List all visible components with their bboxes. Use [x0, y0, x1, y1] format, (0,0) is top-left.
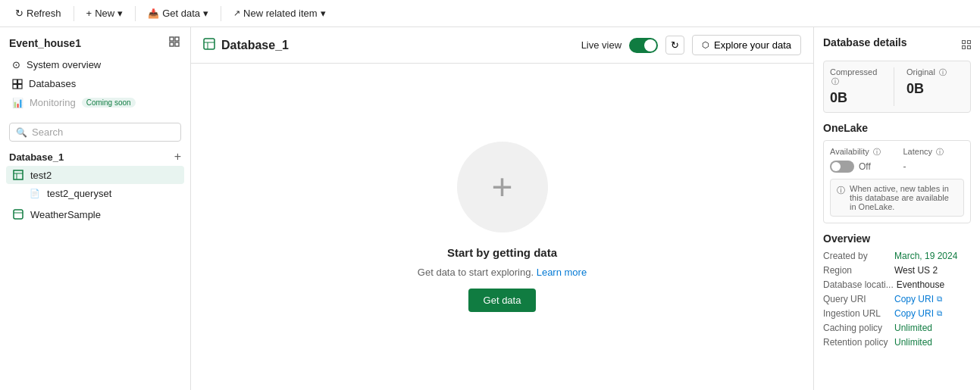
- ingestion-url-key: Ingestion URL: [823, 308, 891, 319]
- search-box[interactable]: 🔍: [9, 123, 181, 142]
- svg-rect-5: [18, 80, 23, 84]
- db-details-header: Database details: [823, 36, 971, 55]
- search-input[interactable]: [32, 126, 174, 138]
- main-layout: Event_house1 ⊙ System overview: [0, 27, 980, 390]
- svg-rect-3: [175, 42, 179, 46]
- main-content: Database_1 Live view ↻ ⬡ Explore your da…: [191, 27, 813, 390]
- ingestion-uri-copy-label: Copy URI: [894, 308, 934, 319]
- sidebar-nav: ⊙ System overview Databases 📊 Monitoring…: [0, 55, 190, 118]
- overview-retention: Retention policy Unlimited: [823, 337, 971, 348]
- db-item-test2-label: test2: [30, 170, 52, 181]
- get-data-button[interactable]: 📥 Get data ▾: [142, 5, 214, 22]
- sidebar-item-databases[interactable]: Databases: [6, 74, 184, 93]
- caching-val: Unlimited: [894, 323, 932, 333]
- compressed-stat: Compressed ⓘ 0B: [830, 67, 888, 106]
- svg-rect-8: [14, 170, 23, 179]
- db-location-key: Database locati...: [823, 279, 894, 290]
- overview-section: Overview Created by March, 19 2024 Regio…: [823, 232, 971, 348]
- refresh-button[interactable]: ↻ Refresh: [9, 5, 67, 22]
- copy-icon-ingestion: ⧉: [937, 309, 942, 318]
- db-item-weather[interactable]: WeatherSample: [6, 205, 184, 223]
- content-refresh-button[interactable]: ↻: [665, 36, 684, 55]
- svg-rect-11: [14, 210, 23, 219]
- content-actions: Live view ↻ ⬡ Explore your data: [581, 35, 801, 55]
- compressed-label: Compressed ⓘ: [830, 67, 888, 87]
- new-related-button[interactable]: ↗ New related item ▾: [227, 5, 332, 22]
- queryset-icon: 📄: [29, 187, 41, 199]
- info-icon-latency: ⓘ: [936, 148, 944, 156]
- db-item-test2[interactable]: test2: [6, 166, 184, 184]
- new-related-label: New related item: [243, 8, 318, 19]
- overview-ingestion-url: Ingestion URL Copy URI ⧉: [823, 308, 971, 319]
- db-location-val: Eventhouse: [897, 279, 944, 290]
- expand-details-icon: [962, 40, 971, 49]
- live-view-toggle[interactable]: [629, 38, 658, 53]
- db-item-test2-queryset[interactable]: 📄 test2_queryset: [6, 184, 184, 202]
- get-data-main-button[interactable]: Get data: [468, 289, 537, 312]
- svg-rect-6: [13, 84, 17, 89]
- external-link-icon: ↗: [233, 8, 240, 18]
- toolbar-divider-2: [135, 6, 136, 21]
- expand-icon: [169, 36, 180, 47]
- info-circle-icon: ⓘ: [837, 185, 845, 196]
- retention-key: Retention policy: [823, 337, 891, 348]
- availability-toggle-row: Off: [830, 161, 891, 173]
- system-overview-label: System overview: [27, 59, 101, 70]
- get-data-label: Get data: [162, 8, 200, 19]
- sidebar-expand-button[interactable]: [168, 35, 181, 51]
- svg-rect-0: [170, 37, 174, 41]
- plus-icon: +: [86, 8, 92, 19]
- plus-icon-large: +: [491, 169, 512, 205]
- db-add-button[interactable]: +: [174, 151, 181, 163]
- query-uri-copy[interactable]: Copy URI ⧉: [894, 294, 942, 304]
- plus-circle: +: [457, 142, 548, 232]
- overview-created-by: Created by March, 19 2024: [823, 251, 971, 261]
- db-details-title: Database details: [823, 36, 907, 48]
- sidebar-item-system-overview[interactable]: ⊙ System overview: [6, 55, 184, 74]
- original-label: Original ⓘ: [906, 67, 964, 78]
- content-title: Database_1: [203, 38, 289, 52]
- original-stat: Original ⓘ 0B: [900, 67, 964, 106]
- overview-title: Overview: [823, 232, 971, 245]
- info-icon-compressed: ⓘ: [831, 77, 839, 86]
- refresh-icon: ↻: [15, 8, 23, 19]
- explore-data-button[interactable]: ⬡ Explore your data: [692, 35, 801, 55]
- svg-rect-19: [968, 45, 971, 48]
- learn-more-link[interactable]: Learn more: [537, 267, 587, 278]
- ingestion-uri-copy[interactable]: Copy URI ⧉: [894, 308, 942, 319]
- empty-desc-prefix: Get data to start exploring.: [418, 267, 534, 278]
- latency-label: Latency ⓘ: [903, 147, 965, 158]
- toggle-off-label: Off: [859, 161, 871, 172]
- toolbar: ↻ Refresh + New ▾ 📥 Get data ▾ ↗ New rel…: [0, 0, 980, 27]
- live-view-label: Live view: [581, 39, 622, 51]
- region-key: Region: [823, 265, 891, 276]
- databases-icon: [12, 79, 23, 89]
- empty-state-title: Start by getting data: [447, 246, 557, 259]
- db-section-title: Database_1: [9, 151, 64, 163]
- stat-divider: [894, 67, 894, 106]
- get-data-icon: 📥: [148, 8, 159, 19]
- query-uri-copy-label: Copy URI: [894, 294, 934, 304]
- empty-state-desc: Get data to start exploring. Learn more: [418, 267, 587, 278]
- database-icon: [203, 38, 215, 52]
- availability-toggle[interactable]: [830, 161, 854, 173]
- svg-rect-13: [204, 39, 214, 49]
- latency-value: -: [903, 161, 906, 172]
- db-details-expand-button[interactable]: [962, 40, 971, 51]
- created-by-val: March, 19 2024: [894, 251, 957, 261]
- system-overview-icon: ⊙: [12, 59, 20, 70]
- info-icon-availability: ⓘ: [873, 148, 881, 156]
- new-button[interactable]: + New ▾: [80, 5, 130, 22]
- right-panel: Database details Compressed ⓘ 0B: [813, 27, 980, 390]
- monitoring-icon: 📊: [12, 98, 23, 108]
- sidebar: Event_house1 ⊙ System overview: [0, 27, 191, 390]
- availability-col: Availability ⓘ Off: [830, 147, 891, 173]
- created-by-key: Created by: [823, 251, 891, 261]
- sidebar-header: Event_house1: [0, 27, 190, 55]
- chevron-down-icon-3: ▾: [321, 8, 326, 19]
- onelake-title: OneLake: [823, 122, 971, 134]
- explore-data-label: Explore your data: [714, 39, 791, 51]
- svg-rect-1: [175, 37, 179, 41]
- content-header: Database_1 Live view ↻ ⬡ Explore your da…: [191, 27, 813, 64]
- db-item-queryset-label: test2_queryset: [47, 188, 111, 199]
